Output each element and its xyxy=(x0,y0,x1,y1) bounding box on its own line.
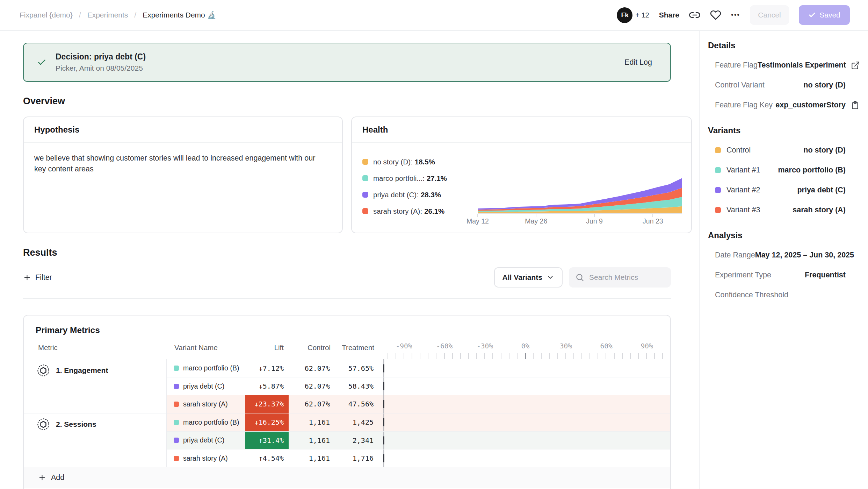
clipboard-icon[interactable] xyxy=(851,101,860,110)
analysis-label: Date Range xyxy=(715,251,755,260)
metric-name-cell: 2. Sessions xyxy=(24,413,167,467)
variant-name-cell: marco portfolio (B) xyxy=(167,413,245,431)
analysis-label: Experiment Type xyxy=(715,271,771,279)
variant-label: Variant #2 xyxy=(726,186,760,194)
breadcrumb-project[interactable]: Fixpanel {demo} xyxy=(20,11,73,19)
variant-color-dot xyxy=(174,420,179,425)
lift-axis-tick-label: 60% xyxy=(600,342,613,350)
lift-marker xyxy=(383,454,384,462)
metrics-table-body: 1. Engagementmarco portfolio (B)↓7.12%62… xyxy=(24,359,670,467)
variant-value: sarah story (A) xyxy=(793,206,846,214)
health-area-chart: May 12May 26Jun 9Jun 23 xyxy=(478,177,682,226)
analysis-value: Frequentist xyxy=(805,271,846,279)
metric-name: 1. Engagement xyxy=(56,366,108,375)
variant-name-cell: priya debt (C) xyxy=(167,377,245,395)
analysis-heading: Analysis xyxy=(708,231,860,240)
plus-icon xyxy=(38,474,46,482)
treatment-value-cell: 47.56% xyxy=(331,395,374,413)
metrics-search[interactable] xyxy=(569,267,671,288)
legend-label: marco portfoli...: xyxy=(373,174,425,182)
lift-axis-tick-label: -60% xyxy=(436,342,453,350)
metric-variant-row: marco portfolio (B)↓7.12%62.07%57.65% xyxy=(167,359,670,377)
metric-rows: marco portfolio (B)↓16.25%1,1611,425priy… xyxy=(167,413,670,467)
variant-value: no story (D) xyxy=(803,146,846,155)
breadcrumb: Fixpanel {demo} / Experiments / Experime… xyxy=(20,11,216,19)
legend-item: priya debt (C):28.3% xyxy=(362,186,478,203)
variants-dropdown[interactable]: All Variants xyxy=(494,267,563,288)
analysis-label: Confidence Threshold xyxy=(715,291,788,299)
lift-marker xyxy=(383,436,384,444)
health-title: Health xyxy=(362,125,388,135)
edit-log-button[interactable]: Edit Log xyxy=(624,58,652,67)
detail-value[interactable]: Testimonials Experiment xyxy=(758,61,846,70)
variant-name-cell: priya debt (C) xyxy=(167,432,245,449)
detail-value: no story (D) xyxy=(803,81,846,90)
search-icon xyxy=(575,273,584,282)
hypothesis-card-header: Hypothesis xyxy=(24,117,342,143)
legend-value: 27.1% xyxy=(427,174,447,182)
control-value-cell: 62.07% xyxy=(289,395,331,413)
details-heading: Details xyxy=(708,41,860,50)
analysis-row-experiment-type: Experiment Type Frequentist xyxy=(708,265,860,285)
confidence-interval-cell xyxy=(374,395,670,413)
legend-swatch xyxy=(362,159,368,165)
control-value-cell: 1,161 xyxy=(289,432,331,449)
health-x-tick-label: May 12 xyxy=(466,217,489,225)
confidence-interval-cell xyxy=(374,377,670,395)
overview-heading: Overview xyxy=(23,96,671,107)
detail-label: Control Variant xyxy=(715,81,765,90)
lift-axis-tick-label: 90% xyxy=(641,342,653,350)
metric-group: 2. Sessionsmarco portfolio (B)↓16.25%1,1… xyxy=(24,413,670,467)
decision-title: Decision: priya debt (C) xyxy=(56,52,146,62)
control-value-cell: 62.07% xyxy=(289,359,331,377)
health-x-labels: May 12May 26Jun 9Jun 23 xyxy=(478,217,682,226)
collaborators[interactable]: Fk + 12 xyxy=(617,7,649,23)
detail-row-control-variant: Control Variant no story (D) xyxy=(708,75,860,95)
metric-name-cell: 1. Engagement xyxy=(24,359,167,413)
cancel-button[interactable]: Cancel xyxy=(750,5,789,25)
variants-dropdown-label: All Variants xyxy=(502,273,542,282)
treatment-value-cell: 57.65% xyxy=(331,359,374,377)
filter-label: Filter xyxy=(35,273,52,282)
breadcrumb-experiments[interactable]: Experiments xyxy=(87,11,128,19)
external-link-icon[interactable] xyxy=(851,61,860,70)
legend-value: 28.3% xyxy=(421,191,441,199)
search-metrics-input[interactable] xyxy=(589,273,665,282)
saved-button[interactable]: Saved xyxy=(799,5,850,25)
analysis-row-date-range: Date Range May 12, 2025 – Jun 30, 2025 xyxy=(708,245,860,265)
axis-ruler xyxy=(384,353,667,359)
variant-row: Variant #1 marco portfolio (B) xyxy=(708,160,860,180)
legend-swatch xyxy=(362,208,368,214)
legend-value: 18.5% xyxy=(415,158,435,166)
col-variant-name: Variant Name xyxy=(167,342,245,359)
confidence-interval-cell xyxy=(374,449,670,467)
favorite-heart-icon[interactable] xyxy=(710,9,721,21)
detail-label: Feature Flag Key xyxy=(715,101,773,109)
link-icon[interactable] xyxy=(689,9,700,21)
detail-row-feature-flag: Feature Flag Testimonials Experiment xyxy=(708,55,860,75)
add-filter-button[interactable]: Filter xyxy=(23,273,52,282)
collaborator-count: + 12 xyxy=(635,11,649,19)
metric-icon xyxy=(37,364,50,377)
avatar[interactable]: Fk xyxy=(617,7,632,23)
decision-subtitle: Picker, Amit on 08/05/2025 xyxy=(56,64,146,72)
metric-group: 1. Engagementmarco portfolio (B)↓7.12%62… xyxy=(24,359,670,413)
add-metric-button[interactable]: Add xyxy=(38,473,64,482)
variant-label: Variant #3 xyxy=(726,206,760,214)
confidence-interval-cell xyxy=(374,413,670,431)
variant-name: sarah story (A) xyxy=(183,454,228,462)
share-button[interactable]: Share xyxy=(659,11,679,19)
variant-swatch xyxy=(715,207,721,213)
detail-row-feature-flag-key: Feature Flag Key exp_customerStory xyxy=(708,95,860,115)
legend-swatch xyxy=(362,175,368,181)
main-content: Decision: priya debt (C) Picker, Amit on… xyxy=(0,31,699,489)
more-menu-icon[interactable]: ••• xyxy=(731,11,740,19)
variant-row: Variant #2 priya debt (C) xyxy=(708,180,860,200)
lift-marker xyxy=(383,418,384,426)
metric-variant-row: priya debt (C)↑31.4%1,1612,341 xyxy=(167,431,670,449)
variants-heading: Variants xyxy=(708,126,860,135)
metric-name: 2. Sessions xyxy=(56,420,96,428)
confidence-interval-cell xyxy=(374,359,670,377)
variant-name: marco portfolio (B) xyxy=(183,364,239,372)
variant-swatch xyxy=(715,167,721,173)
